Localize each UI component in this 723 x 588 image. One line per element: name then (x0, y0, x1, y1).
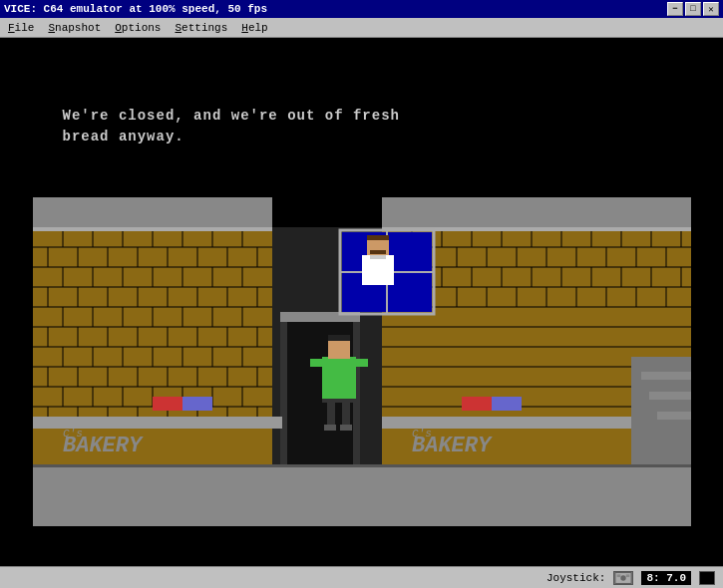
svg-rect-2 (33, 466, 691, 526)
svg-rect-173 (328, 335, 350, 341)
svg-rect-169 (324, 425, 336, 431)
svg-rect-153 (367, 235, 389, 240)
window-title: VICE: C64 emulator at 100% speed, 50 fps (4, 3, 267, 15)
joystick-icon (613, 571, 633, 585)
svg-rect-179 (649, 392, 691, 400)
menu-file[interactable]: File (2, 20, 40, 36)
window-controls: − □ ✕ (667, 2, 719, 16)
minimize-button[interactable]: − (667, 2, 683, 16)
game-screen: We're closed, and we're out of fresh bre… (33, 58, 691, 546)
maximize-button[interactable]: □ (685, 2, 701, 16)
svg-rect-143 (382, 197, 691, 227)
svg-rect-175 (354, 359, 368, 367)
svg-rect-160 (182, 397, 212, 411)
game-scene: BAKERY C's BAKERY C's (33, 197, 691, 526)
svg-rect-185 (626, 574, 630, 577)
svg-rect-178 (641, 372, 691, 380)
svg-rect-159 (153, 397, 182, 411)
svg-rect-162 (492, 397, 522, 411)
svg-rect-170 (340, 425, 352, 431)
dialog-line1: We're closed, and we're out of fresh (63, 106, 400, 127)
emulator-area: We're closed, and we're out of fresh bre… (0, 38, 723, 566)
menu-options[interactable]: Options (109, 20, 167, 36)
svg-text:C's: C's (63, 428, 83, 440)
svg-rect-180 (657, 412, 691, 420)
svg-rect-154 (370, 250, 386, 254)
status-bar: Joystick: 8: 7.0 (0, 566, 723, 588)
svg-rect-174 (310, 359, 324, 367)
menu-help[interactable]: Help (235, 20, 273, 36)
svg-rect-181 (33, 464, 691, 467)
title-bar: VICE: C64 emulator at 100% speed, 50 fps… (0, 0, 723, 18)
svg-rect-155 (362, 255, 394, 285)
svg-rect-161 (462, 397, 492, 411)
menu-snapshot[interactable]: Snapshot (42, 20, 107, 36)
menu-bar: File Snapshot Options Settings Help (0, 18, 723, 38)
speed-display: 8: 7.0 (641, 571, 691, 585)
svg-rect-171 (322, 357, 356, 402)
close-button[interactable]: ✕ (703, 2, 719, 16)
dialog-line2: bread anyway. (63, 127, 400, 147)
svg-rect-184 (617, 574, 621, 577)
joystick-label: Joystick: (546, 572, 605, 584)
svg-rect-176 (322, 399, 356, 403)
svg-text:C's: C's (412, 428, 432, 440)
menu-settings[interactable]: Settings (169, 20, 233, 36)
svg-point-183 (621, 575, 626, 580)
svg-rect-90 (33, 197, 272, 227)
svg-rect-156 (370, 255, 386, 259)
status-indicator (699, 571, 715, 585)
dialog-text: We're closed, and we're out of fresh bre… (63, 106, 400, 147)
